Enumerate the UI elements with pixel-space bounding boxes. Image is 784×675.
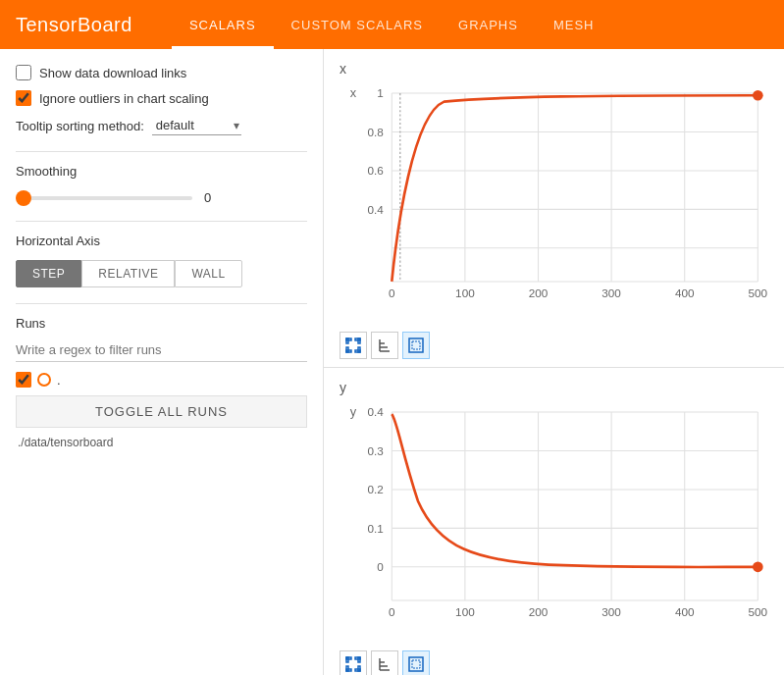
ignore-outliers-checkbox[interactable] [16, 90, 31, 106]
smoothing-title: Smoothing [16, 164, 307, 179]
h-axis-title: Horizontal Axis [16, 234, 307, 248]
svg-rect-76 [409, 657, 423, 671]
chart-x-yaxis-btn[interactable] [371, 332, 398, 359]
chart-y-svg: 0.4 0.3 0.2 0.1 0 0 100 200 300 400 500 … [340, 399, 768, 645]
fit-icon-2 [345, 656, 361, 672]
chart-y-fit-btn[interactable] [340, 650, 367, 675]
run-path: ./data/tensorboard [16, 436, 307, 449]
chart-x-actions [340, 332, 768, 359]
nav-scalars[interactable]: SCALARS [172, 0, 274, 49]
run-label: . [57, 373, 61, 388]
show-download-checkbox[interactable] [16, 65, 31, 80]
charts-area: x 1 0.8 [324, 49, 784, 675]
svg-text:0.6: 0.6 [367, 164, 383, 177]
smoothing-value: 0 [204, 190, 224, 205]
axis-btn-relative[interactable]: RELATIVE [81, 260, 175, 287]
svg-text:400: 400 [675, 286, 695, 299]
svg-point-63 [753, 562, 763, 573]
run-checkbox[interactable] [16, 372, 31, 388]
divider-1 [16, 151, 307, 152]
divider-2 [16, 221, 307, 222]
svg-text:0.3: 0.3 [367, 444, 383, 457]
main-layout: Show data download links Ignore outliers… [0, 49, 784, 675]
svg-text:100: 100 [455, 286, 475, 299]
svg-text:300: 300 [601, 605, 621, 618]
runs-section: Runs . TOGGLE ALL RUNS ./data/tensorboar… [16, 316, 307, 449]
smoothing-row: 0 [16, 190, 307, 205]
toggle-all-runs-button[interactable]: TOGGLE ALL RUNS [16, 395, 307, 428]
svg-text:0: 0 [377, 560, 384, 573]
chart-x-svg: 1 0.8 0.6 0.4 0 100 200 300 400 500 x [340, 80, 768, 326]
svg-rect-37 [409, 338, 423, 352]
svg-text:200: 200 [529, 286, 549, 299]
svg-text:0.1: 0.1 [367, 522, 383, 535]
svg-text:500: 500 [749, 605, 768, 618]
tooltip-label: Tooltip sorting method: [16, 119, 144, 133]
svg-text:0.2: 0.2 [367, 483, 383, 495]
svg-rect-38 [412, 341, 420, 349]
svg-text:0.4: 0.4 [367, 405, 384, 418]
run-item: . [16, 372, 307, 388]
runs-title: Runs [16, 316, 307, 331]
chart-x-zoom-btn[interactable] [402, 332, 430, 359]
runs-filter-input[interactable] [16, 338, 307, 362]
svg-text:0: 0 [389, 605, 395, 618]
ignore-outliers-row: Ignore outliers in chart scaling [16, 90, 307, 106]
chart-y-yaxis-btn[interactable] [371, 650, 398, 675]
zoom-icon-2 [408, 656, 424, 672]
chart-y-zoom-btn[interactable] [402, 650, 430, 675]
main-nav: SCALARS CUSTOM SCALARS GRAPHS MESH [172, 0, 612, 49]
svg-text:100: 100 [455, 605, 475, 618]
tooltip-select[interactable]: default ascending descending nearest [152, 116, 241, 135]
svg-rect-77 [412, 660, 420, 668]
svg-text:200: 200 [529, 605, 549, 618]
tooltip-row: Tooltip sorting method: default ascendin… [16, 116, 307, 135]
divider-3 [16, 303, 307, 304]
chart-y-container: 0.4 0.3 0.2 0.1 0 0 100 200 300 400 500 … [340, 399, 768, 645]
fit-icon [345, 338, 361, 353]
chart-x-title: x [340, 61, 768, 77]
sidebar: Show data download links Ignore outliers… [0, 49, 324, 675]
show-download-row: Show data download links [16, 65, 307, 80]
yaxis-icon [377, 338, 392, 353]
smoothing-slider[interactable] [16, 196, 192, 200]
svg-text:0.8: 0.8 [367, 126, 384, 138]
nav-graphs[interactable]: GRAPHS [441, 0, 536, 49]
ignore-outliers-label: Ignore outliers in chart scaling [39, 91, 209, 106]
chart-x-fit-btn[interactable] [340, 332, 367, 359]
axis-btn-wall[interactable]: WALL [175, 260, 241, 287]
svg-text:y: y [350, 404, 357, 419]
chart-y-title: y [340, 380, 768, 395]
header: TensorBoard SCALARS CUSTOM SCALARS GRAPH… [0, 0, 784, 49]
chart-x-container: 1 0.8 0.6 0.4 0 100 200 300 400 500 x [340, 80, 768, 326]
show-download-label: Show data download links [39, 66, 186, 80]
axis-btn-step[interactable]: STEP [16, 260, 81, 287]
svg-text:500: 500 [749, 286, 768, 299]
nav-mesh[interactable]: MESH [536, 0, 612, 49]
zoom-icon [408, 338, 424, 353]
chart-y-actions [340, 650, 768, 675]
axis-buttons: STEP RELATIVE WALL [16, 260, 307, 287]
yaxis-icon-2 [377, 656, 392, 672]
smoothing-section: Smoothing 0 [16, 164, 307, 205]
svg-point-24 [753, 90, 763, 101]
run-color-dot [37, 373, 51, 387]
svg-text:400: 400 [675, 605, 695, 618]
chart-y-panel: y 0.4 0.3 [324, 368, 784, 675]
svg-text:1: 1 [377, 86, 384, 99]
app-logo: TensorBoard [16, 14, 132, 36]
nav-custom-scalars[interactable]: CUSTOM SCALARS [274, 0, 441, 49]
svg-text:x: x [350, 85, 357, 100]
svg-text:0: 0 [389, 286, 395, 299]
svg-text:300: 300 [601, 286, 621, 299]
tooltip-select-wrapper: default ascending descending nearest [152, 116, 241, 135]
chart-x-panel: x 1 0.8 [324, 49, 784, 368]
svg-text:0.4: 0.4 [367, 203, 384, 216]
h-axis-section: Horizontal Axis STEP RELATIVE WALL [16, 234, 307, 287]
